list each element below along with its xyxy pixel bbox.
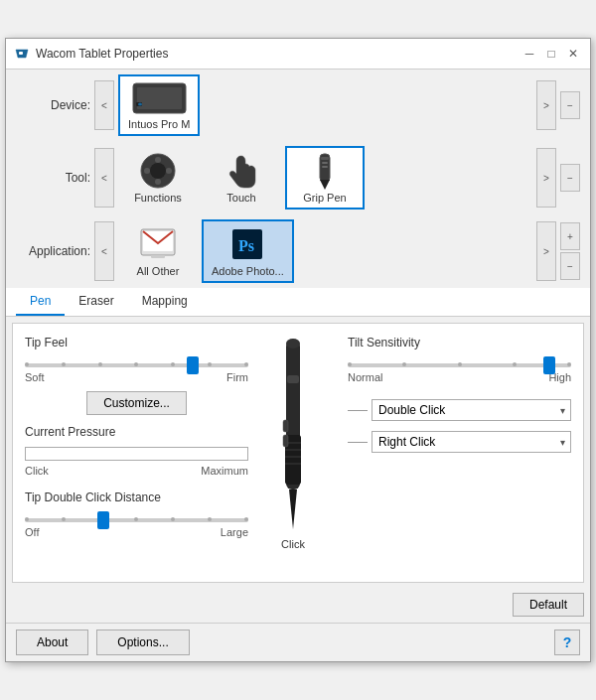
svg-rect-19 — [151, 255, 165, 258]
dbl-click-section: Tip Double Click Distance — [25, 490, 248, 538]
customize-button[interactable]: Customize... — [86, 391, 187, 415]
pen-click-label: Click — [281, 538, 305, 550]
app-adobe-label: Adobe Photo... — [212, 265, 284, 277]
device-row: Device: < Intuos Pro M > − — [6, 70, 590, 141]
svg-rect-3 — [137, 87, 182, 109]
tool-nav-left[interactable]: < — [94, 148, 114, 208]
device-label: Device: — [16, 98, 90, 112]
svg-point-11 — [166, 168, 172, 174]
svg-rect-32 — [287, 375, 299, 383]
functions-icon — [139, 152, 177, 190]
svg-point-10 — [144, 168, 150, 174]
main-window: Wacom Tablet Properties ─ □ ✕ Device: < … — [5, 38, 591, 662]
about-button[interactable]: About — [16, 630, 88, 655]
right-click-dropdown-row: Right Click Left Click Middle Click Doub… — [348, 431, 571, 453]
tip-feel-firm-label: Firm — [226, 371, 248, 383]
double-click-connector: Double Click Right Click Left Click Midd… — [348, 399, 571, 421]
tabs-area: Pen Eraser Mapping — [6, 288, 590, 317]
tab-eraser[interactable]: Eraser — [65, 288, 127, 316]
adobe-photoshop-icon: Ps — [228, 225, 266, 263]
tip-feel-slider[interactable]: Soft Firm — [25, 363, 248, 383]
tilt-section: Tilt Sensitivity — [348, 336, 571, 383]
window-title: Wacom Tablet Properties — [36, 47, 168, 61]
help-button[interactable]: ? — [554, 630, 580, 655]
default-button[interactable]: Default — [513, 593, 584, 617]
pressure-bar — [25, 447, 248, 461]
dbl-click-thumb[interactable] — [97, 511, 109, 529]
tip-feel-labels: Soft Firm — [25, 371, 248, 383]
tool-nav-right[interactable]: > — [536, 148, 556, 208]
pressure-click-label: Click — [25, 465, 49, 477]
title-controls: ─ □ ✕ — [521, 45, 582, 63]
svg-rect-16 — [322, 166, 328, 168]
maximize-button[interactable]: □ — [542, 45, 560, 63]
right-column: Tilt Sensitivity — [338, 336, 571, 570]
device-item-intuos[interactable]: Intuos Pro M — [118, 74, 200, 136]
tilt-slider[interactable]: Normal High — [348, 363, 571, 383]
svg-point-7 — [150, 163, 166, 179]
app-nav-left[interactable]: < — [94, 221, 114, 281]
double-click-line — [348, 410, 368, 411]
app-row: Application: < All Other Ps Adobe Photo — [6, 214, 590, 288]
device-nav-left[interactable]: < — [94, 80, 114, 130]
close-button[interactable]: ✕ — [564, 45, 582, 63]
svg-point-9 — [155, 179, 161, 185]
svg-point-8 — [155, 157, 161, 163]
svg-text:Ps: Ps — [238, 237, 254, 254]
tilt-slider-track — [348, 363, 571, 367]
left-column: Tip Feel — [25, 336, 248, 570]
svg-rect-1 — [19, 52, 23, 55]
minimize-button[interactable]: ─ — [521, 45, 538, 63]
dbl-click-large-label: Large — [221, 526, 248, 538]
tip-feel-section: Tip Feel — [25, 336, 248, 415]
default-btn-row: Default — [6, 589, 590, 623]
options-button[interactable]: Options... — [96, 630, 189, 655]
app-carousel: All Other Ps Adobe Photo... — [118, 219, 532, 283]
app-label: Application: — [16, 244, 90, 258]
pen-visual-area: Click — [258, 336, 328, 570]
double-click-dropdown-wrapper: Double Click Right Click Left Click Midd… — [372, 399, 571, 421]
grip-pen-icon — [306, 152, 344, 190]
tool-item-grip-pen[interactable]: Grip Pen — [285, 146, 365, 210]
footer-left: About Options... — [16, 630, 190, 655]
device-minus-button[interactable]: − — [560, 91, 580, 119]
tool-item-touch[interactable]: Touch — [202, 147, 281, 209]
footer: About Options... ? — [6, 623, 590, 661]
tab-mapping[interactable]: Mapping — [128, 288, 202, 316]
right-click-dropdown-wrapper: Right Click Left Click Middle Click Doub… — [372, 431, 571, 453]
tool-item-functions[interactable]: Functions — [118, 147, 198, 209]
svg-marker-13 — [320, 180, 330, 190]
tilt-label: Tilt Sensitivity — [348, 336, 571, 350]
tip-feel-thumb[interactable] — [187, 356, 199, 374]
content-area: Tip Feel — [12, 323, 584, 583]
svg-rect-15 — [322, 162, 328, 164]
double-click-dropdown-row: Double Click Right Click Left Click Midd… — [348, 399, 571, 421]
app-item-all-other[interactable]: All Other — [118, 220, 198, 282]
tool-label: Tool: — [16, 171, 90, 185]
title-bar-left: Wacom Tablet Properties — [14, 46, 168, 62]
pen-drawing — [273, 336, 313, 534]
app-plus-button[interactable]: + — [560, 222, 580, 250]
tool-functions-label: Functions — [134, 192, 182, 204]
tabs: Pen Eraser Mapping — [16, 288, 580, 316]
tool-carousel: Functions Touch Grip Pen — [118, 146, 532, 210]
pressure-label: Current Pressure — [25, 425, 248, 439]
device-nav-right[interactable]: > — [536, 80, 556, 130]
app-nav-right[interactable]: > — [536, 221, 556, 281]
app-item-adobe[interactable]: Ps Adobe Photo... — [202, 219, 294, 283]
device-carousel: Intuos Pro M — [118, 74, 532, 136]
app-minus-button[interactable]: − — [560, 252, 580, 280]
tab-pen[interactable]: Pen — [16, 288, 65, 316]
tool-minus-button[interactable]: − — [560, 164, 580, 192]
touch-icon — [223, 152, 260, 190]
app-all-other-label: All Other — [137, 265, 180, 277]
two-col-layout: Tip Feel — [25, 336, 571, 570]
dbl-click-label: Tip Double Click Distance — [25, 490, 248, 504]
tool-row: Tool: < Functions Touch — [6, 141, 590, 214]
tip-feel-soft-label: Soft — [25, 371, 45, 383]
right-click-select[interactable]: Right Click Left Click Middle Click Doub… — [372, 431, 571, 453]
tool-touch-label: Touch — [226, 192, 255, 204]
tilt-thumb[interactable] — [543, 356, 555, 374]
double-click-select[interactable]: Double Click Right Click Left Click Midd… — [372, 399, 571, 421]
dbl-click-slider[interactable]: Off Large — [25, 518, 248, 538]
